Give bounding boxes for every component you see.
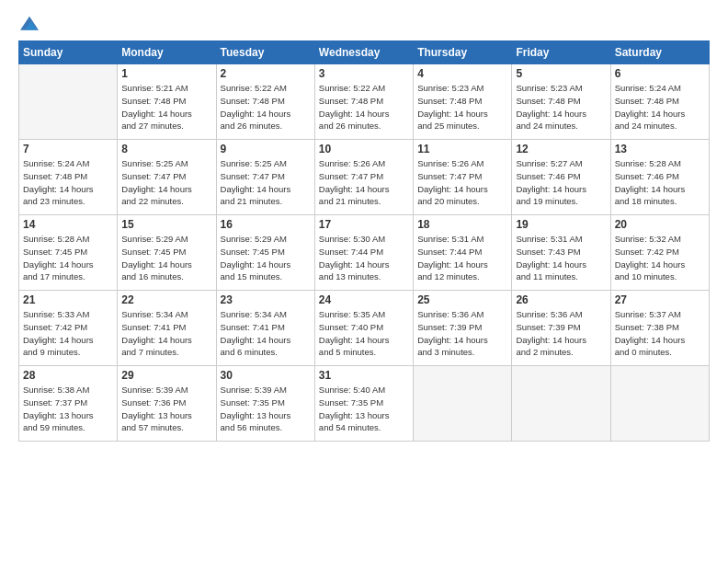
day-info: Sunrise: 5:34 AM Sunset: 7:41 PM Dayligh… xyxy=(221,308,311,359)
day-cell: 15Sunrise: 5:29 AM Sunset: 7:45 PM Dayli… xyxy=(118,215,216,291)
day-cell: 22Sunrise: 5:34 AM Sunset: 7:41 PM Dayli… xyxy=(118,291,216,366)
day-cell: 10Sunrise: 5:26 AM Sunset: 7:47 PM Dayli… xyxy=(314,140,413,215)
day-number: 20 xyxy=(615,218,705,231)
day-cell: 3Sunrise: 5:22 AM Sunset: 7:48 PM Daylig… xyxy=(314,64,413,140)
header xyxy=(18,15,710,33)
day-cell: 8Sunrise: 5:25 AM Sunset: 7:47 PM Daylig… xyxy=(118,140,216,215)
day-info: Sunrise: 5:29 AM Sunset: 7:45 PM Dayligh… xyxy=(121,233,211,283)
day-info: Sunrise: 5:32 AM Sunset: 7:42 PM Dayligh… xyxy=(615,233,705,283)
day-cell xyxy=(19,64,118,140)
day-cell xyxy=(512,366,610,442)
day-cell: 7Sunrise: 5:24 AM Sunset: 7:48 PM Daylig… xyxy=(19,140,118,215)
logo-icon xyxy=(20,15,39,33)
day-info: Sunrise: 5:37 AM Sunset: 7:38 PM Dayligh… xyxy=(615,308,705,359)
day-info: Sunrise: 5:24 AM Sunset: 7:48 PM Dayligh… xyxy=(615,82,705,132)
day-info: Sunrise: 5:30 AM Sunset: 7:44 PM Dayligh… xyxy=(319,233,409,283)
page: SundayMondayTuesdayWednesdayThursdayFrid… xyxy=(0,0,728,451)
day-number: 1 xyxy=(121,67,211,80)
day-info: Sunrise: 5:28 AM Sunset: 7:45 PM Dayligh… xyxy=(23,233,113,283)
calendar-table: SundayMondayTuesdayWednesdayThursdayFrid… xyxy=(18,40,710,442)
day-cell: 20Sunrise: 5:32 AM Sunset: 7:42 PM Dayli… xyxy=(610,215,709,291)
day-number: 29 xyxy=(121,369,211,382)
day-cell: 29Sunrise: 5:39 AM Sunset: 7:36 PM Dayli… xyxy=(118,366,216,442)
header-cell-thursday: Thursday xyxy=(414,41,512,64)
day-cell: 26Sunrise: 5:36 AM Sunset: 7:39 PM Dayli… xyxy=(512,291,610,366)
day-cell: 28Sunrise: 5:38 AM Sunset: 7:37 PM Dayli… xyxy=(19,366,118,442)
day-number: 13 xyxy=(615,143,705,155)
day-cell xyxy=(610,366,709,442)
header-row: SundayMondayTuesdayWednesdayThursdayFrid… xyxy=(19,41,710,64)
day-info: Sunrise: 5:31 AM Sunset: 7:43 PM Dayligh… xyxy=(516,233,606,283)
day-cell: 27Sunrise: 5:37 AM Sunset: 7:38 PM Dayli… xyxy=(610,291,709,366)
day-cell: 21Sunrise: 5:33 AM Sunset: 7:42 PM Dayli… xyxy=(19,291,118,366)
day-number: 22 xyxy=(121,293,211,306)
day-number: 12 xyxy=(516,143,606,155)
day-number: 27 xyxy=(615,293,705,306)
day-info: Sunrise: 5:39 AM Sunset: 7:35 PM Dayligh… xyxy=(221,384,311,434)
week-row-2: 14Sunrise: 5:28 AM Sunset: 7:45 PM Dayli… xyxy=(19,215,710,291)
day-number: 24 xyxy=(319,293,409,306)
day-number: 23 xyxy=(221,293,311,306)
day-info: Sunrise: 5:39 AM Sunset: 7:36 PM Dayligh… xyxy=(121,384,211,434)
header-cell-sunday: Sunday xyxy=(19,41,118,64)
week-row-1: 7Sunrise: 5:24 AM Sunset: 7:48 PM Daylig… xyxy=(19,140,710,215)
day-cell: 1Sunrise: 5:21 AM Sunset: 7:48 PM Daylig… xyxy=(118,64,216,140)
day-info: Sunrise: 5:23 AM Sunset: 7:48 PM Dayligh… xyxy=(516,82,606,132)
day-info: Sunrise: 5:36 AM Sunset: 7:39 PM Dayligh… xyxy=(516,308,606,359)
day-number: 17 xyxy=(319,218,409,231)
day-info: Sunrise: 5:35 AM Sunset: 7:40 PM Dayligh… xyxy=(319,308,409,359)
day-number: 30 xyxy=(221,369,311,382)
day-number: 2 xyxy=(221,67,311,80)
day-number: 3 xyxy=(319,67,409,80)
header-cell-wednesday: Wednesday xyxy=(314,41,413,64)
week-row-3: 21Sunrise: 5:33 AM Sunset: 7:42 PM Dayli… xyxy=(19,291,710,366)
day-number: 15 xyxy=(121,218,211,231)
day-info: Sunrise: 5:38 AM Sunset: 7:37 PM Dayligh… xyxy=(23,384,113,434)
day-info: Sunrise: 5:23 AM Sunset: 7:48 PM Dayligh… xyxy=(417,82,507,132)
header-cell-tuesday: Tuesday xyxy=(216,41,314,64)
day-info: Sunrise: 5:33 AM Sunset: 7:42 PM Dayligh… xyxy=(23,308,113,359)
day-number: 11 xyxy=(417,143,507,155)
day-info: Sunrise: 5:28 AM Sunset: 7:46 PM Dayligh… xyxy=(615,157,705,208)
day-number: 4 xyxy=(417,67,507,80)
day-info: Sunrise: 5:25 AM Sunset: 7:47 PM Dayligh… xyxy=(121,157,211,208)
day-cell: 30Sunrise: 5:39 AM Sunset: 7:35 PM Dayli… xyxy=(216,366,314,442)
day-number: 9 xyxy=(221,143,311,155)
day-number: 25 xyxy=(417,293,507,306)
day-cell: 11Sunrise: 5:26 AM Sunset: 7:47 PM Dayli… xyxy=(414,140,512,215)
day-cell: 14Sunrise: 5:28 AM Sunset: 7:45 PM Dayli… xyxy=(19,215,118,291)
day-info: Sunrise: 5:29 AM Sunset: 7:45 PM Dayligh… xyxy=(221,233,311,283)
day-number: 26 xyxy=(516,293,606,306)
day-info: Sunrise: 5:27 AM Sunset: 7:46 PM Dayligh… xyxy=(516,157,606,208)
day-cell: 2Sunrise: 5:22 AM Sunset: 7:48 PM Daylig… xyxy=(216,64,314,140)
day-cell: 5Sunrise: 5:23 AM Sunset: 7:48 PM Daylig… xyxy=(512,64,610,140)
day-info: Sunrise: 5:26 AM Sunset: 7:47 PM Dayligh… xyxy=(319,157,409,208)
day-cell: 24Sunrise: 5:35 AM Sunset: 7:40 PM Dayli… xyxy=(314,291,413,366)
day-number: 7 xyxy=(23,143,113,155)
day-number: 8 xyxy=(121,143,211,155)
day-info: Sunrise: 5:22 AM Sunset: 7:48 PM Dayligh… xyxy=(221,82,311,132)
day-cell: 19Sunrise: 5:31 AM Sunset: 7:43 PM Dayli… xyxy=(512,215,610,291)
day-info: Sunrise: 5:26 AM Sunset: 7:47 PM Dayligh… xyxy=(417,157,507,208)
day-cell: 18Sunrise: 5:31 AM Sunset: 7:44 PM Dayli… xyxy=(414,215,512,291)
day-info: Sunrise: 5:36 AM Sunset: 7:39 PM Dayligh… xyxy=(417,308,507,359)
header-cell-friday: Friday xyxy=(512,41,610,64)
day-info: Sunrise: 5:24 AM Sunset: 7:48 PM Dayligh… xyxy=(23,157,113,208)
day-cell: 9Sunrise: 5:25 AM Sunset: 7:47 PM Daylig… xyxy=(216,140,314,215)
day-number: 28 xyxy=(23,369,113,382)
day-cell: 23Sunrise: 5:34 AM Sunset: 7:41 PM Dayli… xyxy=(216,291,314,366)
day-number: 5 xyxy=(516,67,606,80)
day-cell: 31Sunrise: 5:40 AM Sunset: 7:35 PM Dayli… xyxy=(314,366,413,442)
day-cell xyxy=(414,366,512,442)
day-cell: 17Sunrise: 5:30 AM Sunset: 7:44 PM Dayli… xyxy=(314,215,413,291)
header-cell-saturday: Saturday xyxy=(610,41,709,64)
day-number: 14 xyxy=(23,218,113,231)
day-info: Sunrise: 5:31 AM Sunset: 7:44 PM Dayligh… xyxy=(417,233,507,283)
day-info: Sunrise: 5:21 AM Sunset: 7:48 PM Dayligh… xyxy=(121,82,211,132)
day-number: 6 xyxy=(615,67,705,80)
day-cell: 12Sunrise: 5:27 AM Sunset: 7:46 PM Dayli… xyxy=(512,140,610,215)
day-number: 18 xyxy=(417,218,507,231)
day-number: 16 xyxy=(221,218,311,231)
week-row-0: 1Sunrise: 5:21 AM Sunset: 7:48 PM Daylig… xyxy=(19,64,710,140)
day-number: 19 xyxy=(516,218,606,231)
